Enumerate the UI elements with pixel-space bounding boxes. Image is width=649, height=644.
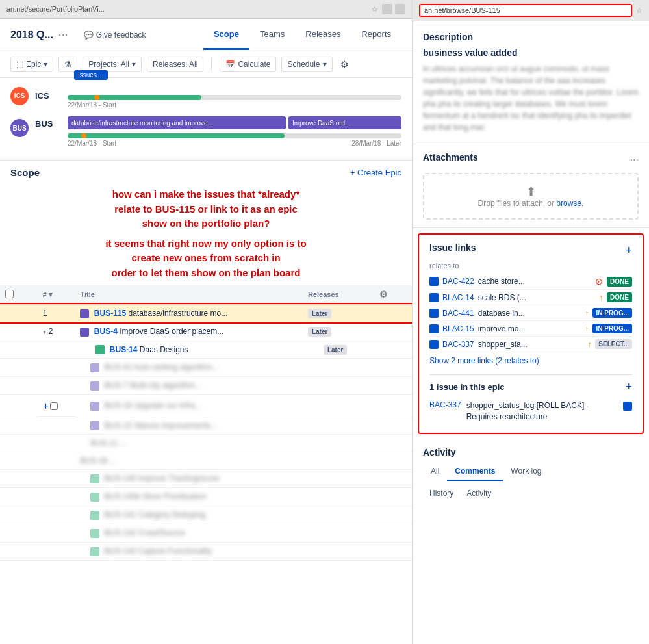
blurred-issue-key: BUS-7 Multi-city algorithm...	[105, 381, 201, 390]
issue-title-bus4: Improve DaaS order placem...	[120, 327, 223, 336]
tab-reports[interactable]: Reports	[351, 20, 401, 50]
link-key[interactable]: BAC-337	[442, 340, 474, 349]
link-checkbox	[429, 293, 439, 302]
browser-icons	[382, 4, 405, 14]
issue-links-title: Issue links	[429, 242, 476, 253]
col-gear: ⚙	[374, 285, 412, 304]
link-key[interactable]: BAC-422	[442, 277, 474, 286]
link-desc: improve mo...	[478, 324, 581, 333]
activity-tab-worklog[interactable]: Work log	[503, 463, 549, 481]
table-row: BUS-140b Store Prioritization	[0, 488, 412, 506]
issue-type-icon	[90, 381, 99, 391]
calculate-button[interactable]: 📅 Calculate	[220, 57, 276, 72]
row-checkbox	[0, 304, 38, 322]
right-panel: an.net/browse/BUS-115 ☆ Description busi…	[413, 0, 649, 644]
link-status-done: DONE	[607, 277, 632, 287]
releases-filter-button[interactable]: Releases: All	[147, 57, 203, 72]
activity-tabs: All Comments Work log	[423, 463, 639, 481]
row-checkbox-input[interactable]	[50, 402, 58, 410]
epic-filter-button[interactable]: ⬚ Epic ▾	[10, 57, 53, 72]
issue-type-icon	[90, 402, 99, 411]
tab-scope[interactable]: Scope	[203, 20, 249, 50]
row-title: BUS-140 Improve Tracking/score	[75, 470, 302, 488]
link-item-bac337: BAC-337 shopper_sta... ↑ SELECT...	[429, 337, 632, 352]
calculate-label: Calculate	[238, 60, 270, 69]
blurred-issue-key: BUS-140b Store Prioritization	[105, 492, 207, 501]
ics-avatar: ICS	[10, 87, 29, 105]
schedule-dropdown-icon: ▾	[323, 60, 327, 69]
priority-icon: ↑	[585, 309, 589, 318]
row-title: BUS-11 ...	[75, 435, 302, 452]
feedback-label: Give feedback	[96, 31, 146, 40]
add-issue-link-button[interactable]: +	[625, 244, 632, 257]
row-checkbox	[0, 322, 38, 341]
drop-area[interactable]: ⬆ Drop files to attach, or browse.	[423, 173, 639, 220]
link-key[interactable]: BLAC-14	[442, 293, 474, 302]
settings-icon-button[interactable]: ⚙	[338, 57, 351, 72]
add-epic-issue-button[interactable]: +	[625, 380, 632, 394]
link-item-bac422: BAC-422 cache store... ⊘ DONE	[429, 274, 632, 290]
blurred-issue-key: BUS-15 Silence improvements...	[105, 421, 217, 430]
link-key[interactable]: BAC-441	[442, 309, 474, 318]
table-row: BUS-143 Capture Functionality	[0, 542, 412, 560]
activity-tab-comments[interactable]: Comments	[447, 463, 503, 481]
activity-section: Activity All Comments Work log History A…	[413, 439, 649, 508]
show-more-links-button[interactable]: Show 2 more links (2 relates to)	[429, 352, 632, 369]
ics-start-date: 22/Mar/18 - Start	[68, 101, 401, 109]
cancel-icon: ⊘	[595, 276, 603, 287]
table-row: ▾2 BUS-4 Improve DaaS order placem... La…	[0, 322, 412, 341]
create-epic-button[interactable]: + Create Epic	[350, 168, 401, 177]
bus-epic2-bar: Improve DaaS ord...	[288, 116, 401, 129]
issue-type-icon	[90, 547, 99, 556]
issue-key-bus115[interactable]: BUS-115	[94, 309, 126, 318]
table-row: BUS-142 Crawl/Source	[0, 524, 412, 542]
issue-type-icon	[90, 363, 99, 372]
issue-links-section: Issue links + relates to BAC-422 cache s…	[418, 233, 644, 434]
activity-title: Activity	[423, 447, 639, 457]
ics-label: ICS	[35, 91, 61, 101]
issue-key-bus4[interactable]: BUS-4	[94, 327, 118, 336]
row-title: BUS-143 Capture Functionality	[75, 542, 302, 560]
col-title: Title	[75, 285, 302, 304]
feedback-button[interactable]: 💬 Give feedback	[79, 28, 151, 42]
browser-nav-icon[interactable]	[382, 4, 392, 14]
activity-tab-all[interactable]: All	[423, 463, 447, 481]
table-settings-icon[interactable]: ⚙	[379, 289, 388, 300]
link-item-blac14: BLAC-14 scale RDS (... ↑ DONE	[429, 290, 632, 305]
browser-menu-icon[interactable]	[395, 4, 405, 14]
attachments-title: Attachments	[423, 152, 478, 162]
link-desc: scale RDS (...	[478, 293, 595, 302]
expand-icon[interactable]: ▾	[43, 328, 46, 335]
feedback-icon: 💬	[84, 31, 94, 40]
tab-teams[interactable]: Teams	[249, 20, 295, 50]
left-browser-bar: an.net/secure/PortfolioPlanVi... ☆	[0, 0, 412, 19]
issue-title-bus115: database/infrastructure mo...	[129, 309, 228, 318]
link-checkbox	[429, 324, 439, 333]
epic-in-header: 1 Issue in this epic +	[429, 380, 632, 394]
more-options-button[interactable]: ···	[58, 28, 68, 42]
attachments-header: Attachments ···	[423, 152, 639, 168]
status-later-badge: Later	[324, 345, 347, 355]
attachments-more-button[interactable]: ···	[630, 154, 639, 166]
epic-dropdown-icon: ▾	[44, 60, 47, 69]
tab-releases[interactable]: Releases	[295, 20, 351, 50]
epic-row-checkbox[interactable]	[623, 402, 632, 411]
star-icon-right: ☆	[636, 6, 643, 15]
priority-icon: ↑	[599, 293, 603, 302]
epic-row-key[interactable]: BAC-337	[429, 400, 461, 409]
toolbar: ⬚ Epic ▾ ⚗ Projects: All ▾ Releases: All…	[0, 51, 412, 78]
row-title: BUS-16 Upgrade our infra...	[75, 395, 302, 417]
select-all-checkbox[interactable]	[5, 290, 14, 298]
activity-row-tab-history[interactable]: History	[423, 486, 460, 500]
add-row-icon[interactable]: +	[43, 400, 49, 412]
issue-key-bus14[interactable]: BUS-14	[110, 345, 138, 354]
activity-row-tab-activity[interactable]: Activity	[460, 486, 498, 500]
link-key[interactable]: BLAC-15	[442, 324, 474, 333]
row-title: BUS-140b Store Prioritization	[75, 488, 302, 506]
schedule-button[interactable]: Schedule ▾	[281, 57, 332, 72]
browse-link[interactable]: browse.	[556, 199, 583, 208]
row-title: BUS-4 Improve DaaS order placem...	[75, 322, 302, 341]
issue-type-icon	[90, 511, 99, 520]
issue-title-bus14: Daas Designs	[140, 345, 188, 354]
blurred-issue-key: BUS-140 Improve Tracking/score	[105, 474, 220, 483]
